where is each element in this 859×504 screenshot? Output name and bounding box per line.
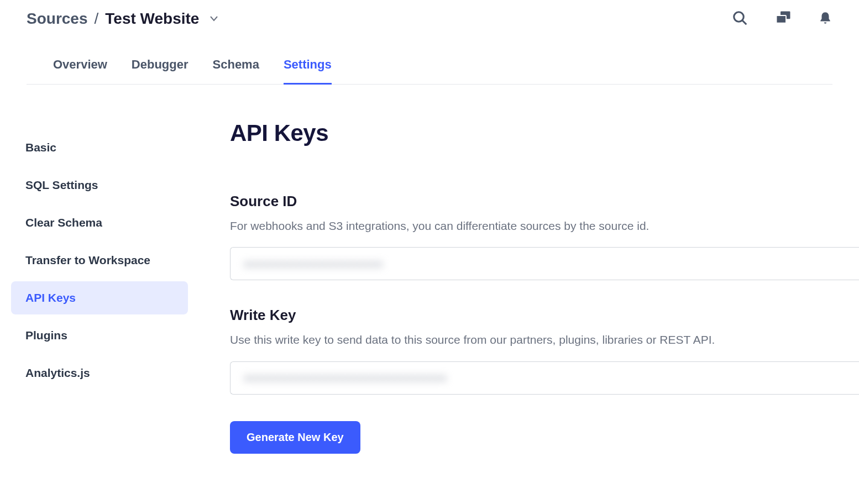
- chat-icon[interactable]: [775, 10, 792, 27]
- header-actions: [732, 10, 832, 27]
- svg-rect-3: [777, 15, 787, 23]
- write-key-field[interactable]: xxxxxxxxxxxxxxxxxxxxxxxxxxxxxxxxxxx: [230, 361, 859, 395]
- source-id-description: For webhooks and S3 integrations, you ca…: [230, 218, 859, 234]
- svg-point-0: [734, 12, 744, 22]
- settings-sidebar: Basic SQL Settings Clear Schema Transfer…: [0, 85, 199, 487]
- page-title: API Keys: [230, 120, 859, 146]
- tab-overview[interactable]: Overview: [53, 57, 107, 85]
- main-content: API Keys Source ID For webhooks and S3 i…: [199, 85, 859, 487]
- tab-debugger[interactable]: Debugger: [132, 57, 188, 85]
- source-id-value: xxxxxxxxxxxxxxxxxxxxxxxx: [244, 258, 383, 270]
- tabs: Overview Debugger Schema Settings: [27, 57, 832, 85]
- breadcrumb: Sources / Test Website: [27, 10, 832, 28]
- breadcrumb-root[interactable]: Sources: [27, 10, 88, 28]
- source-id-title: Source ID: [230, 193, 859, 210]
- sidebar-item-plugins[interactable]: Plugins: [11, 319, 188, 352]
- svg-line-1: [742, 20, 747, 25]
- sidebar-item-transfer-workspace[interactable]: Transfer to Workspace: [11, 244, 188, 277]
- write-key-title: Write Key: [230, 307, 859, 324]
- sidebar-item-sql-settings[interactable]: SQL Settings: [11, 169, 188, 202]
- write-key-section: Write Key Use this write key to send dat…: [230, 307, 859, 394]
- source-id-section: Source ID For webhooks and S3 integratio…: [230, 193, 859, 280]
- tab-schema[interactable]: Schema: [213, 57, 259, 85]
- source-id-field[interactable]: xxxxxxxxxxxxxxxxxxxxxxxx: [230, 247, 859, 280]
- search-icon[interactable]: [732, 10, 748, 27]
- write-key-value: xxxxxxxxxxxxxxxxxxxxxxxxxxxxxxxxxxx: [244, 371, 447, 384]
- sidebar-item-analytics-js[interactable]: Analytics.js: [11, 356, 188, 390]
- breadcrumb-current[interactable]: Test Website: [105, 10, 199, 28]
- sidebar-item-basic[interactable]: Basic: [11, 131, 188, 164]
- caret-down-icon[interactable]: [210, 16, 218, 22]
- write-key-description: Use this write key to send data to this …: [230, 332, 859, 348]
- generate-new-key-button[interactable]: Generate New Key: [230, 421, 360, 454]
- sidebar-item-api-keys[interactable]: API Keys: [11, 281, 188, 314]
- breadcrumb-separator: /: [95, 10, 99, 28]
- tab-settings[interactable]: Settings: [284, 57, 332, 85]
- bell-icon[interactable]: [818, 10, 832, 27]
- sidebar-item-clear-schema[interactable]: Clear Schema: [11, 206, 188, 239]
